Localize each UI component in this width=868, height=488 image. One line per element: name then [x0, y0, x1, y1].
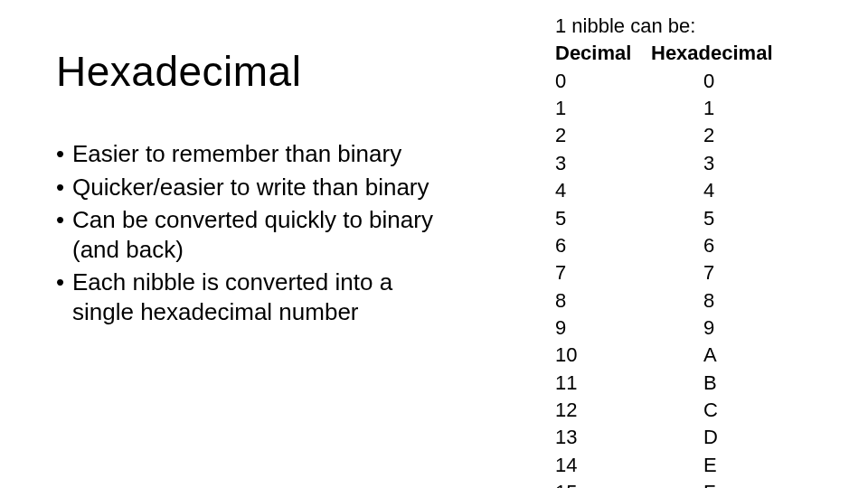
- list-item: • Each nibble is converted into a single…: [56, 267, 445, 326]
- table-row: 11B: [555, 370, 787, 397]
- cell-hex: D: [651, 424, 787, 451]
- cell-decimal: 5: [555, 205, 651, 232]
- table-row: 12C: [555, 397, 787, 424]
- table-row: 88: [555, 287, 787, 314]
- list-item-text: Can be converted quickly to binary (and …: [72, 205, 445, 264]
- table-row: 33: [555, 150, 787, 177]
- cell-hex: 7: [651, 259, 787, 286]
- bullet-icon: •: [56, 267, 72, 326]
- bullet-icon: •: [56, 173, 72, 202]
- cell-decimal: 1: [555, 95, 651, 122]
- cell-hex: 5: [651, 205, 787, 232]
- list-item-text: Quicker/easier to write than binary: [72, 173, 445, 202]
- header-hexadecimal: Hexadecimal: [651, 40, 787, 67]
- cell-hex: B: [651, 370, 787, 397]
- table-row: 66: [555, 232, 787, 259]
- cell-decimal: 11: [555, 370, 651, 397]
- table-row: 13D: [555, 424, 787, 451]
- table-row: 77: [555, 259, 787, 286]
- cell-hex: 1: [651, 95, 787, 122]
- cell-decimal: 9: [555, 314, 651, 342]
- cell-decimal: 0: [555, 68, 651, 95]
- cell-decimal: 13: [555, 424, 651, 451]
- bullet-icon: •: [56, 139, 72, 169]
- conversion-table: 1 nibble can be: Decimal Hexadecimal 00 …: [555, 13, 787, 488]
- header-decimal: Decimal: [555, 40, 651, 67]
- bullet-icon: •: [56, 205, 72, 264]
- table-row: 55: [555, 205, 787, 232]
- slide: Hexadecimal • Easier to remember than bi…: [0, 0, 868, 488]
- list-item: • Can be converted quickly to binary (an…: [56, 205, 445, 264]
- cell-decimal: 15: [555, 479, 651, 488]
- cell-decimal: 2: [555, 122, 651, 149]
- cell-hex: F: [651, 479, 787, 488]
- list-item-text: Each nibble is converted into a single h…: [72, 267, 445, 326]
- cell-decimal: 10: [555, 342, 651, 369]
- cell-hex: 8: [651, 287, 787, 314]
- table-row: 15F: [555, 479, 787, 488]
- cell-decimal: 6: [555, 232, 651, 259]
- cell-decimal: 8: [555, 287, 651, 314]
- cell-hex: 3: [651, 150, 787, 177]
- cell-hex: A: [651, 342, 787, 369]
- list-item-text: Easier to remember than binary: [72, 139, 445, 169]
- cell-hex: C: [651, 397, 787, 424]
- cell-hex: 0: [651, 68, 787, 95]
- table-title: 1 nibble can be:: [555, 13, 787, 40]
- table-row: 22: [555, 122, 787, 149]
- cell-decimal: 3: [555, 150, 651, 177]
- cell-hex: 6: [651, 232, 787, 259]
- table-header-row: Decimal Hexadecimal: [555, 40, 787, 67]
- cell-decimal: 12: [555, 397, 651, 424]
- table-row: 14E: [555, 452, 787, 479]
- cell-decimal: 14: [555, 452, 651, 479]
- bullet-list: • Easier to remember than binary • Quick…: [56, 139, 445, 330]
- list-item: • Easier to remember than binary: [56, 139, 445, 169]
- cell-hex: E: [651, 452, 787, 479]
- cell-decimal: 7: [555, 259, 651, 286]
- cell-hex: 2: [651, 122, 787, 149]
- table-row: 10A: [555, 342, 787, 369]
- table-body: 00 11 22 33 44 55 66 77 88 99 10A 11B 12…: [555, 68, 787, 488]
- table-row: 99: [555, 314, 787, 342]
- cell-hex: 4: [651, 177, 787, 204]
- list-item: • Quicker/easier to write than binary: [56, 173, 445, 202]
- cell-decimal: 4: [555, 177, 651, 204]
- table-row: 11: [555, 95, 787, 122]
- page-title: Hexadecimal: [56, 47, 301, 96]
- table-row: 00: [555, 68, 787, 95]
- cell-hex: 9: [651, 314, 787, 342]
- table-row: 44: [555, 177, 787, 204]
